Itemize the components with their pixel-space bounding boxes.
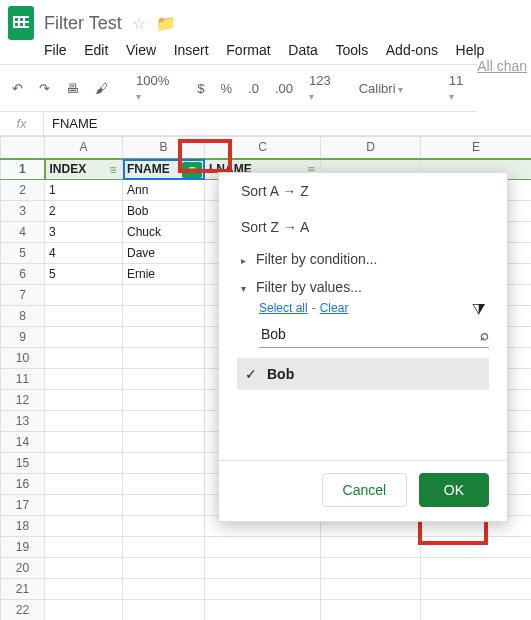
cell[interactable] — [45, 390, 123, 411]
cell[interactable] — [123, 348, 205, 369]
menu-data[interactable]: Data — [288, 42, 318, 58]
cell[interactable] — [123, 516, 205, 537]
cell[interactable] — [45, 432, 123, 453]
cell[interactable] — [421, 579, 532, 600]
cell[interactable]: Dave — [123, 243, 205, 264]
menu-addons[interactable]: Add-ons — [386, 42, 438, 58]
filter-value-option[interactable]: ✓ Bob — [237, 358, 489, 390]
col-header-c[interactable]: C — [205, 137, 321, 159]
row-header[interactable]: 8 — [1, 306, 45, 327]
row-header[interactable]: 11 — [1, 369, 45, 390]
row-header[interactable]: 16 — [1, 474, 45, 495]
col-header-d[interactable]: D — [321, 137, 421, 159]
zoom-select[interactable]: 100% — [132, 71, 173, 105]
row-header[interactable]: 20 — [1, 558, 45, 579]
row-header[interactable]: 2 — [1, 180, 45, 201]
ok-button[interactable]: OK — [419, 473, 489, 507]
number-format[interactable]: 123 — [305, 71, 335, 105]
cell[interactable] — [321, 558, 421, 579]
row-header[interactable]: 10 — [1, 348, 45, 369]
cell[interactable]: 1 — [45, 180, 123, 201]
cell[interactable]: 5 — [45, 264, 123, 285]
cell[interactable] — [123, 390, 205, 411]
search-icon[interactable]: ⌕ — [480, 326, 489, 343]
cell[interactable] — [123, 306, 205, 327]
font-select[interactable]: Calibri — [355, 79, 425, 98]
cell[interactable] — [45, 600, 123, 621]
menu-tools[interactable]: Tools — [335, 42, 368, 58]
select-all-link[interactable]: Select all — [259, 301, 308, 315]
document-title[interactable]: Filter Test — [44, 13, 122, 34]
cell[interactable] — [45, 348, 123, 369]
cell[interactable] — [45, 327, 123, 348]
sort-desc[interactable]: Sort Z → A — [219, 209, 507, 245]
cell[interactable] — [45, 411, 123, 432]
cell[interactable] — [123, 369, 205, 390]
cell[interactable] — [421, 537, 532, 558]
row-header[interactable]: 1 — [1, 159, 45, 180]
cell[interactable] — [123, 579, 205, 600]
cell[interactable] — [123, 432, 205, 453]
row-header[interactable]: 18 — [1, 516, 45, 537]
cell[interactable] — [205, 537, 321, 558]
redo-icon[interactable]: ↷ — [35, 79, 54, 98]
sort-asc[interactable]: Sort A → Z — [219, 173, 507, 209]
cell[interactable] — [45, 474, 123, 495]
cell[interactable] — [45, 558, 123, 579]
cell[interactable] — [45, 453, 123, 474]
col-header-b[interactable]: B — [123, 137, 205, 159]
menu-insert[interactable]: Insert — [174, 42, 209, 58]
formula-value[interactable]: FNAME — [44, 116, 98, 131]
cell[interactable]: Ernie — [123, 264, 205, 285]
row-header[interactable]: 17 — [1, 495, 45, 516]
paint-format-icon[interactable]: 🖌 — [91, 79, 112, 98]
row-header[interactable]: 22 — [1, 600, 45, 621]
menu-help[interactable]: Help — [456, 42, 485, 58]
menu-file[interactable]: File — [44, 42, 67, 58]
cell[interactable] — [123, 411, 205, 432]
star-icon[interactable]: ☆ — [132, 14, 146, 33]
cell[interactable] — [123, 537, 205, 558]
cell[interactable] — [45, 306, 123, 327]
print-icon[interactable]: 🖶 — [62, 79, 83, 98]
folder-icon[interactable]: 📁 — [156, 14, 176, 33]
menu-edit[interactable]: Edit — [84, 42, 108, 58]
row-header[interactable]: 5 — [1, 243, 45, 264]
cell[interactable]: Ann — [123, 180, 205, 201]
cell[interactable] — [123, 495, 205, 516]
row-header[interactable]: 12 — [1, 390, 45, 411]
col-header-e[interactable]: E — [421, 137, 532, 159]
cell[interactable] — [205, 558, 321, 579]
cell[interactable]: Chuck — [123, 222, 205, 243]
row-header[interactable]: 6 — [1, 264, 45, 285]
cell[interactable] — [45, 285, 123, 306]
select-all-cell[interactable] — [1, 137, 45, 159]
row-header[interactable]: 19 — [1, 537, 45, 558]
format-percent[interactable]: % — [216, 79, 236, 98]
font-size-select[interactable]: 11 — [445, 71, 467, 105]
cell[interactable] — [45, 516, 123, 537]
row-header[interactable]: 21 — [1, 579, 45, 600]
cell[interactable] — [321, 600, 421, 621]
cell[interactable] — [205, 600, 321, 621]
cell[interactable] — [45, 579, 123, 600]
filter-by-condition[interactable]: ▸Filter by condition... — [219, 245, 507, 273]
cell[interactable] — [321, 579, 421, 600]
cell[interactable] — [45, 369, 123, 390]
cell[interactable]: FNAME≡ — [123, 159, 205, 180]
col-header-a[interactable]: A — [45, 137, 123, 159]
last-edit-link[interactable]: All chan — [477, 58, 527, 74]
cell[interactable]: 4 — [45, 243, 123, 264]
funnel-icon[interactable]: ⧩ — [472, 301, 485, 319]
cancel-button[interactable]: Cancel — [322, 473, 408, 507]
filter-search-input[interactable] — [259, 325, 480, 343]
cell[interactable] — [421, 558, 532, 579]
filter-by-values[interactable]: ▾Filter by values... — [219, 273, 507, 301]
filter-icon[interactable]: ≡ — [182, 162, 202, 178]
cell[interactable]: 2 — [45, 201, 123, 222]
row-header[interactable]: 7 — [1, 285, 45, 306]
row-header[interactable]: 13 — [1, 411, 45, 432]
menu-format[interactable]: Format — [226, 42, 270, 58]
cell[interactable]: INDEX≡ — [45, 159, 123, 180]
filter-icon[interactable]: ≡ — [106, 163, 120, 177]
